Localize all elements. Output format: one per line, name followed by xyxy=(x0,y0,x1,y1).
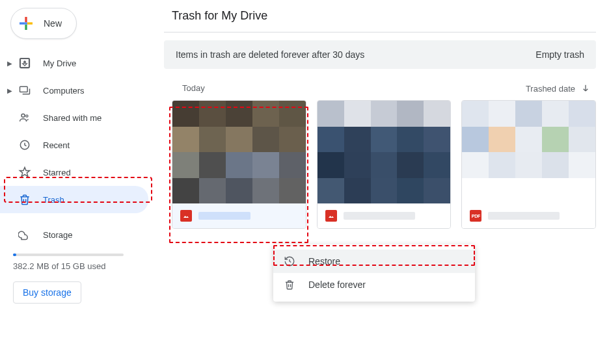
restore-icon xyxy=(284,255,297,268)
file-name-placeholder xyxy=(488,212,560,220)
menu-item-restore[interactable]: Restore xyxy=(273,250,475,273)
recent-icon xyxy=(17,137,33,153)
trash-banner: Items in trash are deleted forever after… xyxy=(164,40,596,69)
buy-storage-button[interactable]: Buy storage xyxy=(13,281,81,304)
sidebar-item-storage[interactable]: Storage xyxy=(0,221,148,248)
sidebar-item-recent[interactable]: Recent xyxy=(0,131,148,159)
menu-label: Restore xyxy=(308,256,340,266)
empty-trash-button[interactable]: Empty trash xyxy=(535,49,584,60)
svg-rect-2 xyxy=(20,86,28,92)
svg-rect-0 xyxy=(25,22,27,24)
menu-item-delete-forever[interactable]: Delete forever xyxy=(273,273,475,296)
file-thumbnail xyxy=(172,101,306,203)
new-button[interactable]: New xyxy=(10,8,77,39)
sidebar-item-starred[interactable]: Starred xyxy=(0,159,148,186)
sidebar-item-computers[interactable]: ▶ Computers xyxy=(0,77,148,104)
group-label: Today xyxy=(182,83,205,94)
arrow-down-icon xyxy=(580,83,591,94)
sidebar-item-label: Shared with me xyxy=(43,113,102,123)
sort-label-text: Trashed date xyxy=(526,84,575,94)
banner-text: Items in trash are deleted forever after… xyxy=(176,49,364,60)
svg-point-3 xyxy=(21,114,25,117)
sidebar-item-label: Starred xyxy=(43,168,71,177)
sidebar-item-label: Recent xyxy=(43,140,70,150)
file-card[interactable] xyxy=(172,100,306,229)
computers-icon xyxy=(17,83,33,98)
sidebar-item-label: Computers xyxy=(43,86,85,96)
delete-forever-icon xyxy=(284,278,297,291)
storage-icon xyxy=(17,227,33,242)
trash-icon xyxy=(17,192,33,207)
file-thumbnail xyxy=(318,101,451,203)
menu-label: Delete forever xyxy=(308,280,366,290)
sidebar-item-shared[interactable]: Shared with me xyxy=(0,104,148,131)
file-name-placeholder xyxy=(344,212,415,220)
image-icon xyxy=(180,210,192,222)
page-title: Trash for My Drive xyxy=(164,0,596,32)
my-drive-icon xyxy=(17,55,33,71)
shared-icon xyxy=(17,110,33,125)
chevron-right-icon[interactable]: ▶ xyxy=(5,87,14,94)
chevron-right-icon[interactable]: ▶ xyxy=(5,60,14,67)
sidebar-item-my-drive[interactable]: ▶ My Drive xyxy=(0,49,148,77)
storage-text: 382.2 MB of 15 GB used xyxy=(13,261,143,271)
sidebar-item-trash[interactable]: Trash xyxy=(0,186,148,213)
file-card[interactable]: PDF xyxy=(461,100,596,229)
sidebar-item-label: My Drive xyxy=(43,58,76,68)
svg-point-4 xyxy=(26,115,28,117)
image-icon xyxy=(325,210,337,222)
pdf-icon: PDF xyxy=(470,210,481,222)
file-thumbnail xyxy=(462,101,595,203)
context-menu: Restore Delete forever xyxy=(273,244,475,302)
starred-icon xyxy=(17,164,33,180)
file-name-placeholder xyxy=(198,212,250,220)
sidebar-item-label: Storage xyxy=(43,230,73,240)
sort-button[interactable]: Trashed date xyxy=(526,83,591,94)
file-card[interactable] xyxy=(317,100,452,229)
new-button-label: New xyxy=(44,18,62,29)
sidebar-item-label: Trash xyxy=(43,195,64,205)
storage-bar xyxy=(13,254,124,256)
plus-icon xyxy=(16,14,36,33)
